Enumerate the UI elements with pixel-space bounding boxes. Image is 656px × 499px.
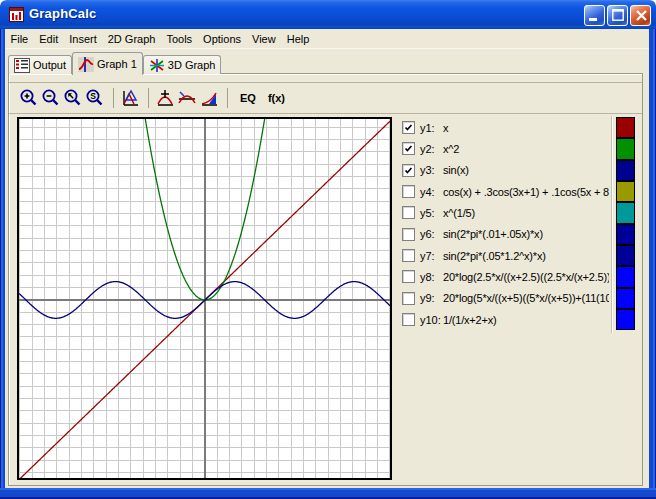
color-swatch-y3[interactable] <box>616 160 635 181</box>
zoom-select-button[interactable] <box>63 88 83 108</box>
window-border-bottom[interactable] <box>0 488 656 499</box>
zoom-in-button[interactable] <box>19 88 39 108</box>
color-swatch-y1[interactable] <box>616 117 635 138</box>
tab-3d-graph[interactable]: 3D Graph <box>143 55 222 74</box>
trace-button[interactable] <box>120 88 140 108</box>
graph-frame <box>17 117 392 480</box>
color-swatch-y2[interactable] <box>616 138 635 159</box>
maximize-button[interactable] <box>607 5 628 26</box>
equation-label: y7: <box>420 250 443 262</box>
toolbar: SEQf(x) <box>9 84 291 112</box>
checkbox-y6[interactable] <box>402 228 415 241</box>
equation-row-y6: y6:sin(2*pi*(.01+.05x)*x) <box>402 224 609 245</box>
equation-expression[interactable]: sin(2*pi*(.05*1.2^x)*x) <box>443 250 546 262</box>
equation-row-y8: y8:20*log(2.5*x/((x+2.5)((2.5*x/(x+2.5)) <box>402 266 609 287</box>
equation-expression[interactable]: 1/(1/x+2+x) <box>443 314 496 326</box>
graph2d-icon <box>78 57 94 72</box>
menu-insert[interactable]: Insert <box>64 31 103 47</box>
equation-label: y8: <box>420 271 443 283</box>
checkbox-y3[interactable] <box>402 164 415 177</box>
zoom-out-button[interactable] <box>41 88 61 108</box>
equation-expression[interactable]: x <box>443 122 448 134</box>
color-swatch-y9[interactable] <box>616 288 635 309</box>
checkbox-y10[interactable] <box>402 313 415 326</box>
menu-tools[interactable]: Tools <box>161 31 198 47</box>
color-swatch-y6[interactable] <box>616 224 635 245</box>
graph-canvas[interactable] <box>19 119 390 478</box>
equation-expression[interactable]: 20*log(2.5*x/((x+2.5)((2.5*x/(x+2.5)) <box>443 271 609 283</box>
tab-label: 3D Graph <box>168 59 216 71</box>
equation-row-y7: y7:sin(2*pi*(.05*1.2^x)*x) <box>402 245 609 266</box>
zoom-standard-button[interactable]: S <box>85 88 105 108</box>
equation-expression[interactable]: 20*log(5*x/((x+5)((5*x/(x+5))+(11(10 <box>443 292 609 304</box>
equation-row-y2: y2:x^2 <box>402 138 609 159</box>
color-swatch-y4[interactable] <box>616 181 635 202</box>
equation-row-y9: y9:20*log(5*x/((x+5)((5*x/(x+5))+(11(10 <box>402 288 609 309</box>
integrate-button[interactable] <box>199 88 219 108</box>
equation-expression[interactable]: cos(x) + .3cos(3x+1) + .1cos(5x + 8) <box>443 186 609 198</box>
equation-label: y9: <box>420 292 443 304</box>
close-button[interactable] <box>630 5 651 26</box>
checkbox-y9[interactable] <box>402 292 415 305</box>
color-swatch-y10[interactable] <box>616 309 635 330</box>
menu-view[interactable]: View <box>247 31 282 47</box>
checkbox-y2[interactable] <box>402 142 415 155</box>
color-swatch-y8[interactable] <box>616 266 635 287</box>
graph3d-icon <box>149 58 165 73</box>
equation-expression[interactable]: sin(2*pi*(.01+.05x)*x) <box>443 228 543 240</box>
tab-graph-1[interactable]: Graph 1 <box>72 52 143 75</box>
menu-options[interactable]: Options <box>198 31 247 47</box>
app-icon <box>9 7 24 22</box>
equation-expression[interactable]: sin(x) <box>443 164 469 176</box>
menu-help[interactable]: Help <box>281 31 315 47</box>
color-swatches <box>616 117 635 330</box>
checkbox-y4[interactable] <box>402 185 415 198</box>
window-border-right[interactable] <box>649 29 656 488</box>
equation-row-y3: y3:sin(x) <box>402 160 609 181</box>
equation-label: y6: <box>420 228 443 240</box>
equation-row-y1: y1:x <box>402 117 609 138</box>
equation-label: y2: <box>420 143 443 155</box>
menu-edit[interactable]: Edit <box>34 31 64 47</box>
checkbox-y8[interactable] <box>402 270 415 283</box>
equation-label: y5: <box>420 207 443 219</box>
toolbar-separator <box>148 88 149 108</box>
toolbar-border-top <box>9 82 642 83</box>
checkbox-y7[interactable] <box>402 249 415 262</box>
tab-label: Output <box>33 59 66 71</box>
toolbar-border-bottom <box>9 113 642 114</box>
minimize-button[interactable] <box>584 5 605 26</box>
checkbox-y1[interactable] <box>402 121 415 134</box>
checkbox-y5[interactable] <box>402 206 415 219</box>
menu-file[interactable]: File <box>5 31 34 47</box>
window-title: GraphCalc <box>29 6 97 21</box>
window-border-left[interactable] <box>0 29 5 488</box>
title-bar[interactable]: GraphCalc <box>0 0 656 29</box>
equation-label: y4: <box>420 186 443 198</box>
equation-expression[interactable]: x^2 <box>443 143 459 155</box>
menu-2d-graph[interactable]: 2D Graph <box>102 31 161 47</box>
color-swatch-y7[interactable] <box>616 245 635 266</box>
menu-bar: FileEditInsert2D GraphToolsOptionsViewHe… <box>5 29 649 49</box>
tab-label: Graph 1 <box>97 58 137 70</box>
equation-expression[interactable]: x^(1/5) <box>443 207 475 219</box>
toolbar-separator <box>113 88 114 108</box>
evaluate-button[interactable]: f(x) <box>268 92 285 104</box>
color-swatch-y5[interactable] <box>616 202 635 223</box>
svg-text:S: S <box>90 91 96 101</box>
find-root-button[interactable] <box>177 88 197 108</box>
toolbar-separator <box>227 88 228 108</box>
equation-label: y1: <box>420 122 443 134</box>
equation-separator <box>611 116 613 333</box>
equation-list: y1:xy2:x^2y3:sin(x)y4:cos(x) + .3cos(3x+… <box>402 117 609 331</box>
tab-output[interactable]: Output <box>8 55 72 74</box>
output-icon <box>14 58 30 73</box>
equation-row-y4: y4:cos(x) + .3cos(3x+1) + .1cos(5x + 8) <box>402 181 609 202</box>
equation-list-button[interactable]: EQ <box>240 92 256 104</box>
equation-label: y3: <box>420 164 443 176</box>
equation-row-y5: y5:x^(1/5) <box>402 202 609 223</box>
find-maximum-button[interactable] <box>155 88 175 108</box>
equation-row-y10: y10:1/(1/x+2+x) <box>402 309 609 330</box>
graphcalc-window: GraphCalc FileEditInsert2D GraphToolsOpt… <box>0 0 656 499</box>
equation-label: y10: <box>420 314 443 326</box>
